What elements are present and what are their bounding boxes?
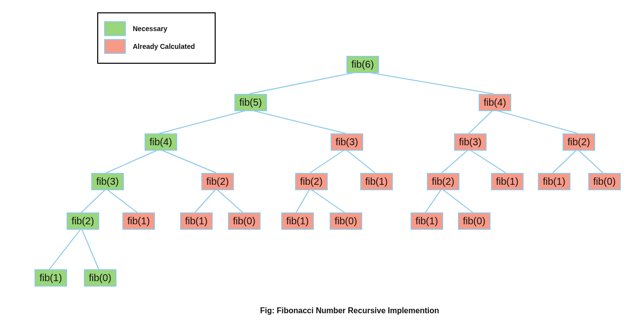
- node-fib0-farright: fib(0): [588, 173, 621, 190]
- node-fib1-leftmiddle: fib(1): [180, 212, 213, 230]
- svg-line-17: [216, 189, 243, 212]
- svg-line-23: [81, 228, 99, 269]
- node-fib0-leftmiddle: fib(0): [228, 212, 261, 230]
- svg-line-19: [310, 189, 344, 212]
- svg-line-15: [106, 189, 137, 212]
- node-fib1-bottom: fib(1): [35, 269, 67, 287]
- node-fib3-left: fib(3): [91, 173, 124, 190]
- svg-line-0: [249, 71, 361, 94]
- node-fib1-rightmiddle2: fib(1): [411, 212, 443, 230]
- svg-line-5: [493, 110, 577, 133]
- svg-line-18: [296, 189, 310, 212]
- svg-line-9: [345, 149, 375, 173]
- svg-line-7: [159, 149, 216, 173]
- node-fib2-leftleft: fib(2): [67, 212, 99, 230]
- svg-line-14: [81, 189, 106, 212]
- node-fib2-rightmiddle: fib(2): [427, 173, 459, 190]
- node-fib1-middle: fib(1): [281, 212, 314, 230]
- node-fib4-right: fib(4): [479, 94, 511, 111]
- svg-line-8: [310, 149, 345, 173]
- node-fib1-middleright: fib(1): [360, 173, 393, 190]
- node-fib0-middle: fib(0): [330, 212, 362, 230]
- svg-line-2: [159, 110, 249, 133]
- node-fib2-farright: fib(2): [563, 133, 595, 151]
- node-fib5: fib(5): [234, 94, 267, 111]
- svg-line-1: [361, 71, 493, 94]
- node-fib3-middle: fib(3): [331, 133, 363, 151]
- node-fib1-farright: fib(1): [538, 173, 570, 190]
- svg-line-21: [442, 189, 473, 212]
- svg-line-4: [469, 110, 493, 133]
- node-fib1-leftleft2: fib(1): [122, 212, 155, 230]
- svg-line-6: [106, 149, 159, 173]
- svg-line-13: [577, 149, 603, 173]
- svg-line-20: [425, 189, 442, 212]
- node-fib3-right: fib(3): [454, 133, 487, 151]
- svg-line-11: [469, 149, 506, 173]
- node-fib1-rightmiddle: fib(1): [491, 173, 524, 190]
- node-fib2-middle: fib(2): [295, 173, 328, 190]
- node-fib6: fib(6): [346, 56, 379, 73]
- svg-line-16: [195, 189, 216, 212]
- node-fib2-leftmiddle: fib(2): [201, 173, 234, 190]
- node-fib0-bottom: fib(0): [84, 269, 116, 287]
- figure-caption: Fig: Fibonacci Number Recursive Implemen…: [260, 306, 439, 315]
- svg-line-10: [442, 149, 469, 173]
- node-fib4-left: fib(4): [145, 133, 177, 151]
- node-fib0-rightmiddle: fib(0): [458, 212, 491, 230]
- svg-line-12: [553, 149, 577, 173]
- svg-line-3: [249, 110, 345, 133]
- svg-line-22: [49, 228, 81, 269]
